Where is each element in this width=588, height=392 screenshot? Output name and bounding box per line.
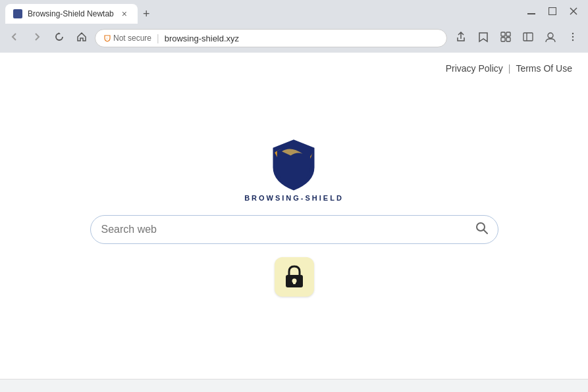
privacy-policy-link[interactable]: Privacy Policy: [446, 63, 503, 74]
search-button[interactable]: [471, 218, 493, 242]
logo-text: Browsing-Shield: [244, 194, 344, 202]
tab-close-button[interactable]: ×: [119, 7, 130, 20]
window-controls: [522, 5, 583, 20]
active-tab[interactable]: Browsing-Shield Newtab ×: [5, 4, 138, 24]
svg-rect-10: [506, 37, 510, 41]
svg-rect-21: [293, 281, 296, 284]
bookmark-button[interactable]: [473, 28, 493, 48]
search-input[interactable]: [101, 224, 471, 235]
forward-button[interactable]: [28, 29, 46, 47]
lock-icon: [284, 265, 305, 289]
svg-rect-1: [549, 7, 556, 14]
terms-of-use-link[interactable]: Terms Of Use: [516, 63, 572, 74]
search-bar: [90, 215, 498, 244]
new-tab-button[interactable]: +: [138, 5, 155, 24]
svg-rect-7: [501, 32, 505, 36]
browser-window: Browsing-Shield Newtab × +: [0, 0, 588, 392]
svg-rect-11: [523, 33, 533, 41]
top-links: Privacy Policy | Terms Of Use: [446, 63, 572, 74]
address-text: browsing-shield.xyz: [165, 34, 239, 43]
links-separator: |: [508, 63, 511, 74]
svg-marker-6: [479, 33, 487, 41]
svg-rect-9: [501, 37, 505, 41]
svg-point-14: [572, 33, 574, 34]
status-bar: [0, 379, 588, 392]
toolbar-icons: [451, 28, 583, 48]
back-button[interactable]: [5, 29, 24, 47]
security-indicator: ! Not secure: [103, 34, 151, 43]
minimize-button[interactable]: [522, 5, 541, 19]
profile-button[interactable]: [541, 28, 560, 48]
logo-container: Browsing-Shield: [244, 135, 344, 202]
tab-title: Browsing-Shield Newtab: [28, 9, 114, 18]
main-content: Browsing-Shield: [0, 53, 588, 379]
address-bar-input[interactable]: ! Not secure | browsing-shield.xyz: [95, 29, 447, 47]
extensions-button[interactable]: [496, 28, 516, 48]
svg-text:!: !: [107, 37, 107, 41]
svg-point-13: [548, 33, 553, 38]
svg-rect-0: [527, 13, 535, 14]
tab-favicon: [13, 9, 22, 18]
sidebar-button[interactable]: [518, 28, 538, 48]
maximize-button[interactable]: [543, 5, 562, 20]
page-content: Privacy Policy | Terms Of Use Browsing-S…: [0, 53, 588, 392]
title-bar: Browsing-Shield Newtab × +: [0, 0, 588, 24]
home-button[interactable]: [72, 29, 91, 47]
svg-point-15: [572, 36, 574, 37]
tab-strip: Browsing-Shield Newtab × +: [5, 0, 155, 24]
address-bar: ! Not secure | browsing-shield.xyz: [0, 24, 588, 53]
share-button[interactable]: [451, 28, 471, 48]
close-window-button[interactable]: [564, 5, 583, 20]
logo-image: [264, 135, 323, 194]
svg-point-16: [572, 39, 574, 41]
svg-point-17: [477, 223, 485, 231]
svg-line-18: [484, 230, 487, 233]
lock-shortcut[interactable]: [275, 257, 314, 297]
security-label: Not secure: [113, 34, 151, 43]
refresh-button[interactable]: [50, 29, 68, 47]
menu-button[interactable]: [563, 28, 583, 48]
svg-marker-4: [59, 32, 61, 34]
svg-rect-8: [506, 32, 510, 36]
